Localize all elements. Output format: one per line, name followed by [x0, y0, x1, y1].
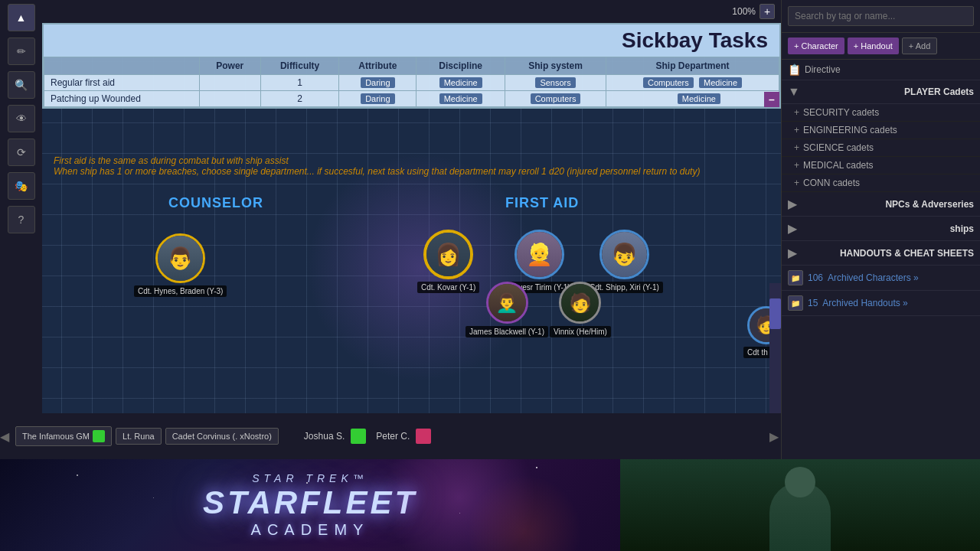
task-power-2 [199, 91, 260, 107]
add-button[interactable]: + Add [902, 37, 937, 54]
ext-player-1-name: Joshua S. [304, 431, 345, 442]
label-security: SECURITY cadets [803, 107, 879, 118]
zoom-label: 100% [732, 6, 756, 17]
counselor-section-label: COUNSELOR [168, 195, 263, 211]
zoom-tool-button[interactable]: 🔍 [8, 71, 35, 99]
token-circle-hynes: 👨 [155, 233, 205, 283]
task-disc-2: Medicine [416, 91, 505, 107]
section-player-cadets[interactable]: ▼ PLAYER Cadets [782, 80, 980, 104]
archive-characters-icon: 📁 [788, 270, 803, 285]
sidebar-item-security[interactable]: + SECURITY cadets [782, 104, 980, 122]
label-medical: MEDICAL cadets [803, 160, 874, 171]
archive-handouts-icon: 📁 [788, 295, 803, 311]
toolbar-left: ▲ ✏ 🔍 👁 ⟳ 🎭 ? 🌙 [0, 0, 42, 459]
token-tool-button[interactable]: 🎭 [8, 172, 35, 200]
directive-row[interactable]: 📋 Directive [782, 60, 980, 80]
sidebar-item-conn[interactable]: + CONN cadets [782, 174, 980, 192]
stars-bg [0, 459, 620, 551]
task-table: Power Difficulty Attribute Discipline Sh… [44, 57, 779, 107]
eye-tool-button[interactable]: 👁 [8, 105, 35, 132]
help-tool-button[interactable]: ? [8, 206, 35, 233]
col-attribute: Attribute [339, 57, 416, 75]
sidebar-item-medical[interactable]: + MEDICAL cadets [782, 157, 980, 174]
sidebar: + Character + Handout + Add 📋 Directive … [781, 0, 980, 459]
token-vinnix[interactable]: 🧑 Vinnix (He/Him) [550, 282, 611, 337]
sidebar-search-section [782, 0, 980, 33]
player-gm[interactable]: The Infamous GM [15, 426, 112, 446]
zoom-in-button[interactable]: + [760, 4, 775, 19]
external-players: Joshua S. Peter C. [300, 429, 431, 444]
token-circle-blackwell: 👨‍🦱 [486, 282, 528, 324]
plus-icon-security: + [794, 107, 799, 118]
section-title-ships: ships [950, 223, 974, 234]
plus-icon-engineering: + [794, 125, 799, 135]
archive-characters-row[interactable]: 📁 106 Archived Characters » [782, 266, 980, 291]
draw-tool-button[interactable]: ✏ [8, 37, 35, 65]
token-hynes[interactable]: 👨 Cdt. Hynes, Braden (Y-3) [134, 233, 227, 297]
close-panel-button[interactable]: – [764, 92, 779, 107]
section-npcs[interactable]: ▶ NPCs & Adverseries [782, 192, 980, 217]
label-conn: CONN cadets [803, 178, 860, 188]
section-handouts[interactable]: ▶ HANDOUTS & CHEAT SHEETS [782, 241, 980, 266]
player-corvinus[interactable]: Cadet Corvinus (. xNostro) [165, 428, 279, 445]
token-circle-kovar: 👩 [423, 230, 473, 279]
sidebar-item-engineering[interactable]: + ENGINEERING cadets [782, 122, 980, 139]
plus-icon-medical: + [794, 160, 799, 171]
archive-handouts-link[interactable]: Archived Handouts » [822, 298, 907, 308]
directive-label: Directive [805, 64, 841, 75]
task-dept-1: Computers Medicine [606, 75, 779, 91]
task-sys-1: Sensors [505, 75, 606, 91]
plus-icon-conn: + [794, 178, 799, 188]
section-ships[interactable]: ▶ ships [782, 217, 980, 241]
player-list: The Infamous GM Lt. Runa Cadet Corvinus … [0, 422, 285, 450]
task-attr-2: Daring [339, 91, 416, 107]
player-runa[interactable]: Lt. Runa [116, 428, 162, 445]
scroll-left-button[interactable]: ◀ [0, 413, 11, 459]
sickbay-title: Sickbay Tasks [44, 24, 779, 57]
search-input[interactable] [788, 6, 974, 26]
info-line-1: First aid is the same as during combat b… [54, 155, 700, 166]
sickbay-panel: Sickbay Tasks Power Difficulty Attribute… [42, 23, 781, 109]
character-button[interactable]: + Character [788, 37, 844, 54]
col-difficulty: Difficulty [260, 57, 339, 75]
scroll-thumb[interactable] [769, 298, 781, 329]
task-sys-2: Computers [505, 91, 606, 107]
info-text-area: First aid is the same as during combat b… [42, 149, 711, 183]
collapse-icon-npcs: ▶ [788, 197, 797, 211]
gm-color-dot [93, 430, 105, 442]
token-circle-tirim: 👱 [514, 230, 564, 279]
col-task [44, 57, 200, 75]
task-name-1: Regular first aid [44, 75, 200, 91]
vtt-canvas[interactable]: ▲ ✏ 🔍 👁 ⟳ 🎭 ? 🌙 100% + Sickbay Tasks [0, 0, 781, 459]
info-line-2: When ship has 1 or more breaches, choose… [54, 166, 700, 177]
handout-button[interactable]: + Handout [848, 37, 899, 54]
sidebar-item-science[interactable]: + SCIENCE cadets [782, 139, 980, 157]
vtt-bottom-bar: ◀ The Infamous GM Lt. Runa Cadet Corvinu… [0, 413, 781, 459]
archive-characters-count: 106 [808, 272, 823, 283]
col-discipline: Discipline [416, 57, 505, 75]
token-circle-vinnix: 🧑 [559, 282, 601, 324]
label-engineering: ENGINEERING cadets [803, 125, 897, 135]
directive-icon: 📋 [788, 64, 801, 76]
table-row: Regular first aid 1 Daring Medicine Sens… [44, 75, 779, 91]
gm-name: The Infamous GM [22, 432, 90, 441]
token-blackwell[interactable]: 👨‍🦱 James Blackwell (Y-1) [466, 282, 548, 337]
ext-player-1-dot [351, 429, 366, 444]
task-diff-2: 2 [260, 91, 339, 107]
runa-name: Lt. Runa [122, 432, 155, 441]
task-name-2: Patching up Wounded [44, 91, 200, 107]
token-label-vinnix: Vinnix (He/Him) [550, 326, 611, 337]
col-power: Power [199, 57, 260, 75]
task-diff-1: 1 [260, 75, 339, 91]
collapse-icon-cadets: ▼ [788, 85, 800, 99]
select-tool-button[interactable]: ▲ [8, 4, 35, 31]
col-ship-system: Ship system [505, 57, 606, 75]
rotate-tool-button[interactable]: ⟳ [8, 139, 35, 166]
archive-characters-link[interactable]: Archived Characters » [828, 272, 919, 283]
task-power-1 [199, 75, 260, 91]
col-ship-dept: Ship Department [606, 57, 779, 75]
task-disc-1: Medicine [416, 75, 505, 91]
archive-handouts-count: 15 [808, 298, 818, 308]
scroll-right-button[interactable]: ▶ [769, 413, 781, 459]
archive-handouts-row[interactable]: 📁 15 Archived Handouts » [782, 291, 980, 316]
